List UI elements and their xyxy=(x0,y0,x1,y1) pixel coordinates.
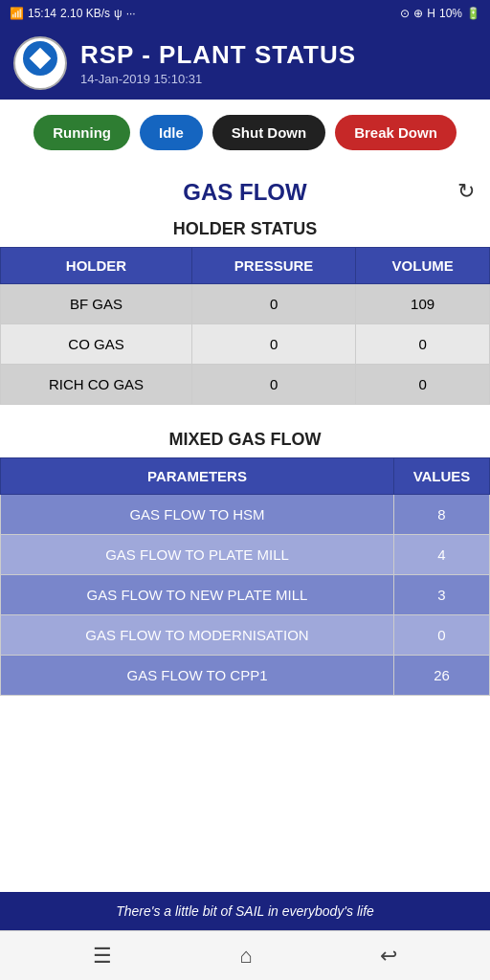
parameter-value: 3 xyxy=(394,575,490,615)
parameter-name: GAS FLOW TO CPP1 xyxy=(1,656,394,696)
parameter-value: 4 xyxy=(394,535,490,575)
col-volume: VOLUME xyxy=(356,248,490,284)
table-row: GAS FLOW TO CPP1 26 xyxy=(1,656,490,696)
parameter-value: 26 xyxy=(394,656,490,696)
badge-breakdown[interactable]: Break Down xyxy=(335,115,457,150)
col-holder: HOLDER xyxy=(1,248,192,284)
volume-value: 0 xyxy=(356,365,490,405)
mixed-gas-table: PARAMETERS VALUES GAS FLOW TO HSM 8 GAS … xyxy=(0,457,490,696)
badge-shutdown[interactable]: Shut Down xyxy=(212,115,325,150)
logo-inner xyxy=(23,41,57,76)
app-header: सेल SAIL RSP - PLANT STATUS 14-Jan-2019 … xyxy=(0,27,490,100)
battery-percent: 10% xyxy=(439,7,462,20)
table-row: BF GAS 0 109 xyxy=(1,284,490,324)
back-icon[interactable]: ↩ xyxy=(380,944,397,969)
table-row: GAS FLOW TO MODERNISATION 0 xyxy=(1,615,490,656)
table-row: GAS FLOW TO PLATE MILL 4 xyxy=(1,535,490,575)
logo-diamond xyxy=(30,48,52,70)
pressure-value: 0 xyxy=(191,284,355,324)
battery-icon: 🔋 xyxy=(466,7,480,20)
status-badges: Running Idle Shut Down Break Down xyxy=(0,100,490,166)
bottom-nav: ☰ ⌂ ↩ xyxy=(0,930,490,980)
holder-name: RICH CO GAS xyxy=(1,365,192,405)
badge-running[interactable]: Running xyxy=(33,115,130,150)
holder-table-header: HOLDER PRESSURE VOLUME xyxy=(1,248,490,284)
volume-value: 0 xyxy=(356,324,490,365)
logo: सेल SAIL xyxy=(13,36,67,90)
signal-icon: 📶 xyxy=(10,7,24,20)
table-row: GAS FLOW TO NEW PLATE MILL 3 xyxy=(1,575,490,615)
wifi-icon: ψ xyxy=(114,7,122,20)
network-icon: H xyxy=(427,7,435,20)
parameter-value: 8 xyxy=(394,495,490,535)
more-icon: ··· xyxy=(126,7,136,20)
holder-status-table: HOLDER PRESSURE VOLUME BF GAS 0 109 CO G… xyxy=(0,247,490,405)
holder-name: CO GAS xyxy=(1,324,192,365)
parameter-name: GAS FLOW TO HSM xyxy=(1,495,394,535)
mixed-gas-title: MIXED GAS FLOW xyxy=(0,420,490,457)
parameter-name: GAS FLOW TO PLATE MILL xyxy=(1,535,394,575)
app-subtitle: 14-Jan-2019 15:10:31 xyxy=(80,72,477,86)
pressure-value: 0 xyxy=(191,324,355,365)
volume-value: 109 xyxy=(356,284,490,324)
footer-tagline: There's a little bit of SAIL in everybod… xyxy=(0,892,490,930)
pressure-value: 0 xyxy=(191,365,355,405)
status-left: 📶 15:14 2.10 KB/s ψ ··· xyxy=(10,7,136,20)
alarm-icon: ⊙ xyxy=(400,7,410,20)
header-text: RSP - PLANT STATUS 14-Jan-2019 15:10:31 xyxy=(80,40,477,86)
menu-icon[interactable]: ☰ xyxy=(93,944,112,969)
status-bar: 📶 15:14 2.10 KB/s ψ ··· ⊙ ⊕ H 10% 🔋 xyxy=(0,0,490,27)
col-parameters: PARAMETERS xyxy=(1,458,394,495)
table-row: RICH CO GAS 0 0 xyxy=(1,365,490,405)
gas-flow-title-row: GAS FLOW ↻ xyxy=(0,166,490,210)
parameter-name: GAS FLOW TO MODERNISATION xyxy=(1,615,394,656)
speed-display: 2.10 KB/s xyxy=(60,7,110,20)
logo-text: सेल SAIL xyxy=(27,78,54,85)
app-title: RSP - PLANT STATUS xyxy=(80,40,477,70)
parameter-value: 0 xyxy=(394,615,490,656)
mixed-gas-section: MIXED GAS FLOW PARAMETERS VALUES GAS FLO… xyxy=(0,420,490,696)
table-row: GAS FLOW TO HSM 8 xyxy=(1,495,490,535)
mixed-table-header: PARAMETERS VALUES xyxy=(1,458,490,495)
main-content: GAS FLOW ↻ HOLDER STATUS HOLDER PRESSURE… xyxy=(0,166,490,892)
col-pressure: PRESSURE xyxy=(191,248,355,284)
col-values: VALUES xyxy=(394,458,490,495)
holder-name: BF GAS xyxy=(1,284,192,324)
status-right: ⊙ ⊕ H 10% 🔋 xyxy=(400,7,480,20)
holder-status-title: HOLDER STATUS xyxy=(0,210,490,247)
tagline-text: There's a little bit of SAIL in everybod… xyxy=(116,903,374,919)
gas-flow-title: GAS FLOW xyxy=(0,166,490,210)
bluetooth-icon: ⊕ xyxy=(413,7,423,20)
table-row: CO GAS 0 0 xyxy=(1,324,490,365)
refresh-icon[interactable]: ↻ xyxy=(457,179,475,204)
home-icon[interactable]: ⌂ xyxy=(239,944,252,969)
badge-idle[interactable]: Idle xyxy=(140,115,203,150)
parameter-name: GAS FLOW TO NEW PLATE MILL xyxy=(1,575,394,615)
time-display: 15:14 xyxy=(28,7,56,20)
